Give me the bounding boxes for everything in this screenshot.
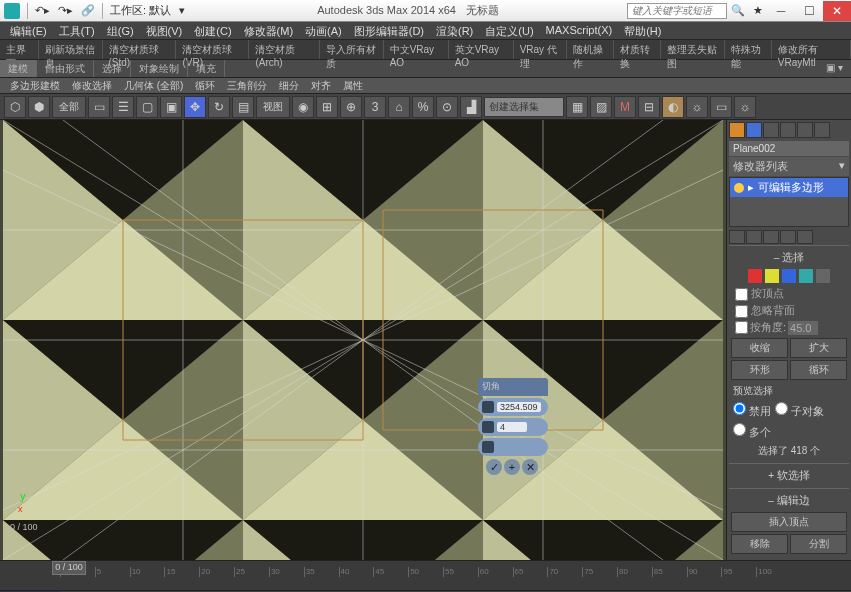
angle-spinner[interactable]: 45.0 (788, 321, 818, 335)
remove-mod-icon[interactable] (780, 230, 796, 244)
caddy-amount-row[interactable]: 3254.509 (478, 398, 548, 416)
snap-icon[interactable]: ⊕ (340, 96, 362, 118)
pin-stack-icon[interactable] (729, 230, 745, 244)
object-name[interactable]: Plane002 (729, 141, 849, 156)
ribbon-paint[interactable]: 对象绘制 (131, 60, 188, 77)
menu-anim[interactable]: 动画(A) (299, 22, 348, 39)
tab-clear-arch[interactable]: 清空材质(Arch) (249, 40, 319, 59)
subr-poly[interactable]: 多边形建模 (4, 78, 66, 93)
time-ruler[interactable]: 0510152025303540455055606570758085909510… (0, 561, 851, 577)
subr-modsel[interactable]: 修改选择 (66, 78, 118, 93)
named-selection-input[interactable] (484, 97, 564, 117)
caddy-segments[interactable]: 4 (497, 422, 527, 432)
subr-loop[interactable]: 循环 (189, 78, 221, 93)
preview-subobj-radio[interactable]: 子对象 (775, 402, 824, 419)
layer-icon[interactable]: ▨ (590, 96, 612, 118)
viewport[interactable]: 切角 3254.509 4 ✓ + ✕ xy 0 / 100 (0, 120, 727, 560)
tab-random[interactable]: 随机操作 (567, 40, 614, 59)
tab-import[interactable]: 导入所有材质 (320, 40, 384, 59)
maximize-button[interactable]: ☐ (795, 1, 823, 21)
ring-button[interactable]: 环形 (731, 360, 788, 380)
ribbon-modeling[interactable]: 建模 (0, 60, 37, 77)
rotate-icon[interactable]: ↻ (208, 96, 230, 118)
caddy-apply[interactable]: + (504, 459, 520, 475)
menu-help[interactable]: 帮助(H) (618, 22, 667, 39)
loop-button[interactable]: 循环 (790, 360, 847, 380)
menu-maxscript[interactable]: MAXScript(X) (540, 22, 619, 39)
caddy-amount[interactable]: 3254.509 (497, 402, 541, 412)
preview-multi-radio[interactable]: 多个 (733, 423, 771, 440)
favorite-icon[interactable]: ★ (749, 4, 767, 17)
time-slider[interactable]: 0 / 100 (52, 561, 86, 575)
timeline[interactable]: 0 / 100 05101520253035404550556065707580… (0, 560, 851, 590)
unlink-icon[interactable]: ⬢ (28, 96, 50, 118)
tab-vraymtl[interactable]: 修改所有VRayMtl (772, 40, 851, 59)
render-frame-icon[interactable]: ▭ (710, 96, 732, 118)
show-end-icon[interactable] (746, 230, 762, 244)
edge-subobj[interactable] (765, 269, 779, 283)
remove-button[interactable]: 移除 (731, 534, 788, 554)
modifier-stack[interactable]: ▸可编辑多边形 (729, 177, 849, 227)
ribbon-fill[interactable]: 填充 (188, 60, 225, 77)
menu-modifier[interactable]: 修改器(M) (238, 22, 300, 39)
tab-clear-vr[interactable]: 清空材质球(VR) (176, 40, 249, 59)
shrink-button[interactable]: 收缩 (731, 338, 788, 358)
by-angle-check[interactable] (735, 321, 748, 334)
subr-align[interactable]: 对齐 (305, 78, 337, 93)
tab-convert[interactable]: 材质转换 (614, 40, 661, 59)
hierarchy-tab-icon[interactable] (763, 122, 779, 138)
minimize-button[interactable]: ─ (767, 1, 795, 21)
insert-vertex-button[interactable]: 插入顶点 (731, 512, 847, 532)
caddy-ok[interactable]: ✓ (486, 459, 502, 475)
stack-editable-poly[interactable]: ▸可编辑多边形 (730, 178, 848, 197)
menu-tools[interactable]: 工具(T) (53, 22, 101, 39)
subr-subdiv[interactable]: 细分 (273, 78, 305, 93)
mirror-icon[interactable]: ▟ (460, 96, 482, 118)
ignore-backface-check[interactable]: 忽略背面 (731, 302, 847, 319)
grow-button[interactable]: 扩大 (790, 338, 847, 358)
by-vertex-check[interactable]: 按顶点 (731, 285, 847, 302)
subr-geom[interactable]: 几何体 (全部) (118, 78, 189, 93)
menu-view[interactable]: 视图(V) (140, 22, 189, 39)
subr-props[interactable]: 属性 (337, 78, 369, 93)
menu-create[interactable]: 创建(C) (188, 22, 237, 39)
ribbon-collapse[interactable]: ▣ ▾ (818, 60, 851, 77)
tab-missing[interactable]: 整理丢失贴图 (661, 40, 725, 59)
chamfer-caddy[interactable]: 切角 3254.509 4 ✓ + ✕ (478, 378, 548, 475)
tab-envray[interactable]: 英文VRay AO (449, 40, 514, 59)
caddy-segments-row[interactable]: 4 (478, 418, 548, 436)
border-subobj[interactable] (782, 269, 796, 283)
subr-tri[interactable]: 三角剖分 (221, 78, 273, 93)
filter-dropdown[interactable]: 全部 (52, 96, 86, 118)
display-tab-icon[interactable] (797, 122, 813, 138)
motion-tab-icon[interactable] (780, 122, 796, 138)
rect-select-icon[interactable]: ▢ (136, 96, 158, 118)
selection-rollout-title[interactable]: – 选择 (731, 248, 847, 267)
caddy-cancel[interactable]: ✕ (522, 459, 538, 475)
help-search-input[interactable] (627, 3, 727, 19)
menu-edit[interactable]: 编辑(E) (4, 22, 53, 39)
redo-dropdown[interactable]: ↷▸ (54, 4, 77, 17)
link-icon[interactable]: ⬡ (4, 96, 26, 118)
select-name-icon[interactable]: ☰ (112, 96, 134, 118)
schematic-icon[interactable]: ⊟ (638, 96, 660, 118)
snap3-icon[interactable]: 3 (364, 96, 386, 118)
modify-tab-icon[interactable] (746, 122, 762, 138)
tab-clear-std[interactable]: 清空材质球(Std) (103, 40, 177, 59)
link-icon[interactable]: 🔗 (77, 4, 99, 17)
menu-render[interactable]: 渲染(R) (430, 22, 479, 39)
pivot-icon[interactable]: ◉ (292, 96, 314, 118)
unique-icon[interactable] (763, 230, 779, 244)
manip-icon[interactable]: ⊞ (316, 96, 338, 118)
soft-sel-rollout[interactable]: + 软选择 (731, 466, 847, 485)
workspace-dropdown[interactable]: 工作区: 默认 (106, 3, 175, 18)
tab-cnvray[interactable]: 中文VRay AO (384, 40, 449, 59)
angle-snap-icon[interactable]: ⌂ (388, 96, 410, 118)
close-button[interactable]: ✕ (823, 1, 851, 21)
modifier-list-dropdown[interactable]: 修改器列表▾ (729, 157, 849, 176)
caddy-open-row[interactable] (478, 438, 548, 456)
configure-icon[interactable] (797, 230, 813, 244)
element-subobj[interactable] (816, 269, 830, 283)
percent-snap-icon[interactable]: % (412, 96, 434, 118)
window-cross-icon[interactable]: ▣ (160, 96, 182, 118)
